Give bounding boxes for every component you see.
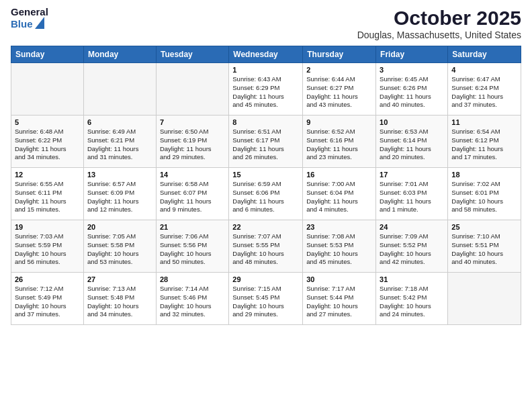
calendar-cell: 23Sunrise: 7:08 AM Sunset: 5:53 PM Dayli… (303, 220, 376, 273)
day-number: 20 (87, 223, 152, 231)
calendar-cell: 21Sunrise: 7:06 AM Sunset: 5:56 PM Dayli… (156, 220, 228, 273)
day-number: 29 (232, 275, 299, 283)
calendar-cell: 13Sunrise: 6:57 AM Sunset: 6:09 PM Dayli… (83, 168, 156, 220)
day-info: Sunrise: 7:14 AM Sunset: 5:46 PM Dayligh… (160, 285, 225, 319)
day-number: 7 (160, 118, 225, 126)
day-info: Sunrise: 6:48 AM Sunset: 6:22 PM Dayligh… (15, 128, 80, 162)
day-number: 27 (87, 275, 152, 283)
calendar-cell: 12Sunrise: 6:55 AM Sunset: 6:11 PM Dayli… (11, 168, 84, 220)
day-number: 19 (15, 223, 80, 231)
calendar-cell: 18Sunrise: 7:02 AM Sunset: 6:01 PM Dayli… (448, 168, 521, 220)
calendar-cell: 27Sunrise: 7:13 AM Sunset: 5:48 PM Dayli… (83, 273, 156, 325)
calendar-cell (156, 63, 228, 116)
weekday-header: Tuesday (156, 46, 228, 63)
calendar-cell: 2Sunrise: 6:44 AM Sunset: 6:27 PM Daylig… (303, 63, 376, 116)
day-info: Sunrise: 7:10 AM Sunset: 5:51 PM Dayligh… (451, 232, 517, 267)
day-info: Sunrise: 7:09 AM Sunset: 5:52 PM Dayligh… (380, 232, 444, 267)
calendar-cell: 11Sunrise: 6:54 AM Sunset: 6:12 PM Dayli… (448, 116, 521, 168)
day-info: Sunrise: 6:45 AM Sunset: 6:26 PM Dayligh… (380, 75, 444, 109)
day-info: Sunrise: 6:47 AM Sunset: 6:24 PM Dayligh… (451, 75, 517, 109)
calendar-cell: 4Sunrise: 6:47 AM Sunset: 6:24 PM Daylig… (448, 63, 521, 116)
calendar-cell: 15Sunrise: 6:59 AM Sunset: 6:06 PM Dayli… (229, 168, 303, 220)
calendar-cell: 1Sunrise: 6:43 AM Sunset: 6:29 PM Daylig… (229, 63, 303, 116)
day-info: Sunrise: 7:05 AM Sunset: 5:58 PM Dayligh… (87, 232, 152, 267)
calendar-cell: 5Sunrise: 6:48 AM Sunset: 6:22 PM Daylig… (11, 116, 84, 168)
day-number: 22 (232, 223, 299, 231)
logo-general: General (11, 7, 48, 17)
day-info: Sunrise: 6:49 AM Sunset: 6:21 PM Dayligh… (87, 128, 152, 162)
calendar-cell: 19Sunrise: 7:03 AM Sunset: 5:59 PM Dayli… (11, 220, 84, 273)
day-info: Sunrise: 7:02 AM Sunset: 6:01 PM Dayligh… (451, 180, 517, 214)
calendar-cell: 9Sunrise: 6:52 AM Sunset: 6:16 PM Daylig… (303, 116, 376, 168)
weekday-header: Wednesday (229, 46, 303, 63)
day-info: Sunrise: 6:57 AM Sunset: 6:09 PM Dayligh… (87, 180, 152, 214)
day-number: 12 (15, 171, 80, 179)
logo-text: General Blue (11, 7, 48, 30)
calendar-cell: 28Sunrise: 7:14 AM Sunset: 5:46 PM Dayli… (156, 273, 228, 325)
day-number: 5 (15, 118, 80, 126)
day-info: Sunrise: 6:59 AM Sunset: 6:06 PM Dayligh… (232, 180, 299, 214)
title-block: October 2025 Douglas, Massachusetts, Uni… (357, 7, 521, 40)
calendar-table: SundayMondayTuesdayWednesdayThursdayFrid… (11, 46, 521, 325)
day-number: 10 (380, 118, 444, 126)
calendar-cell: 25Sunrise: 7:10 AM Sunset: 5:51 PM Dayli… (448, 220, 521, 273)
day-info: Sunrise: 6:54 AM Sunset: 6:12 PM Dayligh… (451, 128, 517, 162)
calendar-cell: 7Sunrise: 6:50 AM Sunset: 6:19 PM Daylig… (156, 116, 228, 168)
day-info: Sunrise: 7:08 AM Sunset: 5:53 PM Dayligh… (306, 232, 372, 267)
main-title: October 2025 (357, 7, 521, 30)
calendar-cell (83, 63, 156, 116)
calendar-week-row: 19Sunrise: 7:03 AM Sunset: 5:59 PM Dayli… (11, 220, 521, 273)
calendar-week-row: 26Sunrise: 7:12 AM Sunset: 5:49 PM Dayli… (11, 273, 521, 325)
day-number: 21 (160, 223, 225, 231)
day-number: 11 (451, 118, 517, 126)
calendar-cell: 10Sunrise: 6:53 AM Sunset: 6:14 PM Dayli… (376, 116, 448, 168)
day-number: 16 (306, 171, 372, 179)
calendar-cell: 30Sunrise: 7:17 AM Sunset: 5:44 PM Dayli… (303, 273, 376, 325)
day-info: Sunrise: 7:18 AM Sunset: 5:42 PM Dayligh… (380, 285, 444, 319)
day-number: 18 (451, 171, 517, 179)
day-number: 14 (160, 171, 225, 179)
day-number: 28 (160, 275, 225, 283)
logo: General Blue (11, 7, 48, 30)
day-number: 26 (15, 275, 80, 283)
calendar-cell: 22Sunrise: 7:07 AM Sunset: 5:55 PM Dayli… (229, 220, 303, 273)
weekday-header: Thursday (303, 46, 376, 63)
sub-title: Douglas, Massachusetts, United States (357, 30, 521, 40)
day-info: Sunrise: 7:13 AM Sunset: 5:48 PM Dayligh… (87, 285, 152, 319)
day-number: 23 (306, 223, 372, 231)
calendar-cell: 26Sunrise: 7:12 AM Sunset: 5:49 PM Dayli… (11, 273, 84, 325)
day-info: Sunrise: 6:44 AM Sunset: 6:27 PM Dayligh… (306, 75, 372, 109)
day-number: 3 (380, 66, 444, 74)
calendar-week-row: 5Sunrise: 6:48 AM Sunset: 6:22 PM Daylig… (11, 116, 521, 168)
day-info: Sunrise: 7:12 AM Sunset: 5:49 PM Dayligh… (15, 285, 80, 319)
day-info: Sunrise: 7:06 AM Sunset: 5:56 PM Dayligh… (160, 232, 225, 267)
calendar-cell (448, 273, 521, 325)
day-info: Sunrise: 6:58 AM Sunset: 6:07 PM Dayligh… (160, 180, 225, 214)
day-info: Sunrise: 7:00 AM Sunset: 6:04 PM Dayligh… (306, 180, 372, 214)
day-number: 31 (380, 275, 444, 283)
calendar-cell: 6Sunrise: 6:49 AM Sunset: 6:21 PM Daylig… (83, 116, 156, 168)
day-number: 25 (451, 223, 517, 231)
logo-triangle-icon (35, 17, 44, 29)
day-number: 13 (87, 171, 152, 179)
day-info: Sunrise: 7:03 AM Sunset: 5:59 PM Dayligh… (15, 232, 80, 267)
day-info: Sunrise: 7:15 AM Sunset: 5:45 PM Dayligh… (232, 285, 299, 319)
day-number: 9 (306, 118, 372, 126)
calendar-cell: 17Sunrise: 7:01 AM Sunset: 6:03 PM Dayli… (376, 168, 448, 220)
weekday-header: Monday (83, 46, 156, 63)
weekday-header: Saturday (448, 46, 521, 63)
day-number: 6 (87, 118, 152, 126)
calendar-cell: 3Sunrise: 6:45 AM Sunset: 6:26 PM Daylig… (376, 63, 448, 116)
day-info: Sunrise: 7:17 AM Sunset: 5:44 PM Dayligh… (306, 285, 372, 319)
weekday-header: Sunday (11, 46, 84, 63)
calendar-cell: 20Sunrise: 7:05 AM Sunset: 5:58 PM Dayli… (83, 220, 156, 273)
day-info: Sunrise: 6:55 AM Sunset: 6:11 PM Dayligh… (15, 180, 80, 214)
day-number: 30 (306, 275, 372, 283)
calendar-header-row: SundayMondayTuesdayWednesdayThursdayFrid… (11, 46, 521, 63)
day-info: Sunrise: 6:43 AM Sunset: 6:29 PM Dayligh… (232, 75, 299, 109)
calendar-week-row: 1Sunrise: 6:43 AM Sunset: 6:29 PM Daylig… (11, 63, 521, 116)
day-info: Sunrise: 7:07 AM Sunset: 5:55 PM Dayligh… (232, 232, 299, 267)
calendar-week-row: 12Sunrise: 6:55 AM Sunset: 6:11 PM Dayli… (11, 168, 521, 220)
calendar-cell: 14Sunrise: 6:58 AM Sunset: 6:07 PM Dayli… (156, 168, 228, 220)
day-number: 1 (232, 66, 299, 74)
